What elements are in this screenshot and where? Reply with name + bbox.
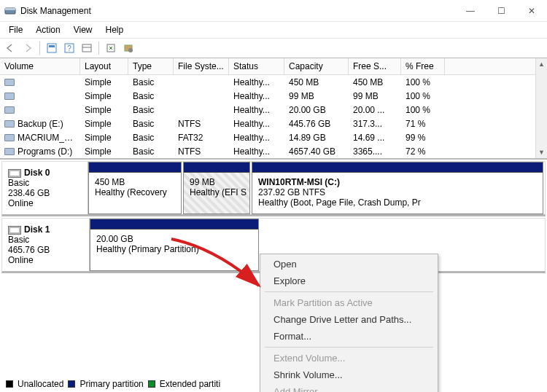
scroll-up-icon[interactable]: ▲	[536, 58, 548, 70]
disk-info[interactable]: Disk 1Basic465.76 GBOnline	[2, 219, 90, 271]
legend-unalloc-swatch	[6, 380, 13, 388]
volume-icon	[4, 93, 15, 100]
help-icon[interactable]: ?	[62, 41, 77, 55]
col-status[interactable]: Status	[229, 58, 284, 74]
menu-action[interactable]: Action	[30, 23, 66, 36]
legend-extended-swatch	[148, 380, 155, 388]
menubar: File Action View Help	[0, 22, 547, 38]
table-row[interactable]: Backup (E:)SimpleBasicNTFSHealthy...445.…	[0, 117, 547, 130]
table-row[interactable]: SimpleBasicHealthy...99 MB99 MB100 %	[0, 89, 547, 103]
titlebar: Disk Management — ☐ ✕	[0, 0, 547, 22]
menu-file[interactable]: File	[3, 23, 28, 36]
table-row[interactable]: SimpleBasicHealthy...450 MB450 MB100 %	[0, 75, 547, 89]
context-menu-item[interactable]: Change Drive Letter and Paths...	[260, 311, 438, 328]
context-menu-item[interactable]: Explore	[260, 273, 438, 289]
col-capacity[interactable]: Capacity	[284, 58, 349, 74]
toolbar-icon[interactable]	[44, 41, 59, 55]
volume-icon	[4, 120, 15, 128]
legend-extended-label: Extended partiti	[160, 379, 220, 389]
menu-help[interactable]: Help	[100, 23, 130, 36]
context-menu-item[interactable]: Open	[260, 256, 438, 273]
volume-icon	[4, 79, 15, 86]
volume-icon	[4, 106, 15, 114]
context-menu-item: Extend Volume...	[260, 350, 438, 366]
context-menu-item: Add Mirror...	[260, 383, 438, 392]
menu-view[interactable]: View	[68, 23, 98, 36]
disk-info[interactable]: Disk 0Basic238.46 GBOnline	[2, 162, 88, 214]
col-free[interactable]: Free S...	[349, 58, 401, 74]
disk-icon	[8, 226, 21, 235]
context-menu-item[interactable]: Shrink Volume...	[260, 366, 438, 383]
svg-rect-6	[82, 44, 91, 52]
window-title: Disk Management	[20, 6, 455, 16]
legend-primary-swatch	[68, 380, 75, 388]
legend-primary-label: Primary partition	[79, 379, 143, 389]
context-menu: OpenExploreMark Partition as ActiveChang…	[260, 254, 438, 392]
svg-rect-2	[47, 44, 56, 52]
legend: Unallocated Primary partition Extended p…	[6, 379, 220, 389]
volume-rows: SimpleBasicHealthy...450 MB450 MB100 %Si…	[0, 75, 547, 158]
context-menu-item[interactable]: Format...	[260, 328, 438, 345]
col-volume[interactable]: Volume	[0, 58, 80, 74]
volume-table: Volume Layout Type File Syste... Status …	[0, 58, 547, 160]
toolbar: ?	[0, 38, 547, 58]
forward-button[interactable]	[20, 41, 35, 55]
vertical-scrollbar[interactable]: ▲ ▼	[535, 58, 547, 158]
partition[interactable]: 99 MBHealthy (EFI S	[183, 162, 250, 214]
back-button[interactable]	[3, 41, 18, 55]
svg-rect-3	[49, 45, 55, 47]
col-fs[interactable]: File Syste...	[174, 58, 229, 74]
context-menu-item: Mark Partition as Active	[260, 294, 438, 311]
disk-row: Disk 0Basic238.46 GBOnline450 MBHealthy …	[1, 161, 546, 216]
volume-icon	[4, 134, 15, 141]
column-headers: Volume Layout Type File Syste... Status …	[0, 58, 547, 75]
col-pctfree[interactable]: % Free	[401, 58, 445, 74]
menu-separator	[265, 291, 433, 292]
table-row[interactable]: Programs (D:)SimpleBasicNTFSHealthy...46…	[0, 144, 547, 158]
maximize-button[interactable]: ☐	[486, 1, 516, 21]
volume-icon	[4, 148, 15, 155]
refresh-icon[interactable]	[104, 41, 118, 55]
col-type[interactable]: Type	[128, 58, 174, 74]
app-icon	[4, 5, 16, 17]
scroll-down-icon[interactable]: ▼	[536, 146, 548, 158]
partition[interactable]: 20.00 GBHealthy (Primary Partition)	[90, 219, 259, 271]
partition[interactable]: 450 MBHealthy (Recovery	[88, 162, 182, 214]
minimize-button[interactable]: —	[455, 1, 486, 21]
legend-unalloc-label: Unallocated	[18, 379, 63, 389]
svg-rect-1	[5, 8, 15, 10]
svg-text:?: ?	[67, 44, 71, 52]
col-layout[interactable]: Layout	[80, 58, 128, 74]
svg-point-10	[128, 48, 133, 52]
col-spacer	[445, 58, 547, 74]
toolbar-icon-2[interactable]	[79, 41, 94, 55]
close-button[interactable]: ✕	[516, 1, 547, 21]
disk-icon	[8, 169, 21, 178]
table-row[interactable]: MACRIUM_PE...SimpleBasicFAT32Healthy...1…	[0, 130, 547, 144]
table-row[interactable]: SimpleBasicHealthy...20.00 GB20.00 ...10…	[0, 103, 547, 117]
partition[interactable]: WIN10RTM-MSI (C:)237.92 GB NTFSHealthy (…	[252, 162, 543, 214]
settings-icon[interactable]	[121, 41, 136, 55]
menu-separator	[265, 347, 433, 348]
